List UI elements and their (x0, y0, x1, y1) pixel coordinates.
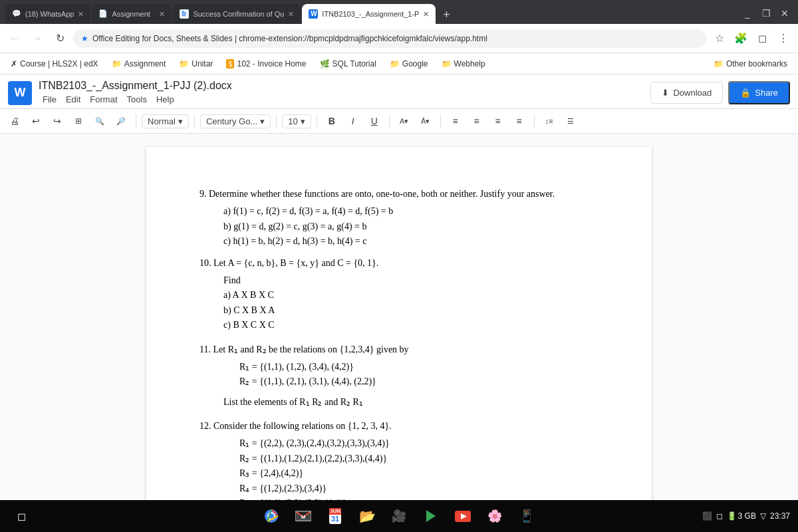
align-justify-button[interactable]: ≡ (510, 112, 529, 130)
size-selector[interactable]: 10 ▾ (282, 114, 311, 128)
svg-marker-6 (426, 510, 436, 522)
tray-display[interactable]: ◻ (716, 511, 723, 521)
tab-success[interactable]: b Success Confirmation of Qu ✕ (173, 4, 301, 24)
align-left-button[interactable]: ≡ (446, 112, 465, 130)
share-button[interactable]: 🔒 Share (728, 81, 790, 104)
tab-assignment-close[interactable]: ✕ (159, 10, 165, 19)
q10c: c) B X C X C (223, 318, 598, 332)
tab-whatsapp[interactable]: 💬 (18) WhatsApp ✕ (5, 4, 90, 24)
q12-relations: R₁ = {(2,2), (2,3),(2,4),(3,2),(3,3),(3,… (200, 436, 598, 500)
bookmark-other[interactable]: 📁 Other bookmarks (708, 57, 793, 70)
font-selector[interactable]: Century Go... ▾ (200, 114, 271, 128)
network-icon[interactable]: ▽ (760, 511, 766, 521)
taskbar-gmail[interactable]: M (290, 503, 317, 529)
style-selector[interactable]: Normal ▾ (142, 114, 189, 128)
q11-r2: R₂ = {(1,1), (2,1), (3,1), (4,4), (2,2)} (239, 374, 598, 389)
tab-assignment[interactable]: 📄 Assignment ✕ (92, 4, 172, 24)
redo-button[interactable]: ↪ (48, 112, 66, 130)
taskbar-phone[interactable]: 📱 (513, 503, 540, 529)
url-bar[interactable]: ★ Office Editing for Docs, Sheets & Slid… (73, 29, 706, 48)
doc-area[interactable]: 9. Determine whether these functions are… (0, 134, 798, 500)
bookmark-course[interactable]: ✗ Course | HLS2X | edX (5, 57, 104, 70)
taskbar: ◻ M JUN 31 (0, 500, 798, 532)
bookmark-invoice-label: 102 - Invoice Home (237, 59, 306, 68)
bookmark-unitar[interactable]: 📁 Unitar (174, 57, 218, 70)
menu-format[interactable]: Format (86, 93, 121, 106)
size-dropdown-icon: ▾ (301, 116, 305, 126)
extensions-icon[interactable]: 🧩 (732, 29, 750, 48)
tab-assignment-title: Assignment (112, 10, 155, 18)
line-spacing-button[interactable]: ↕≡ (540, 112, 559, 130)
bookmark-sql[interactable]: 🌿 SQL Tutorial (315, 57, 382, 70)
taskbar-files[interactable]: 📂 (354, 503, 380, 529)
new-tab-button[interactable]: + (437, 5, 456, 24)
zoom-button[interactable]: 🔍 (90, 112, 109, 130)
toolbar-divider-7 (534, 114, 535, 128)
toolbar-divider-2 (194, 114, 195, 128)
list-style-button[interactable]: ☰ (561, 112, 580, 130)
q12-r3: R₃ = {2,4),(4,2)} (239, 466, 598, 481)
print-button[interactable]: 🖨 (5, 112, 24, 130)
profile-icon[interactable]: ◻ (753, 29, 771, 48)
style-dropdown-icon: ▾ (178, 116, 183, 126)
zoom-out-button[interactable]: 🔎 (112, 112, 130, 130)
bookmark-webhelp[interactable]: 📁 Webhelp (436, 57, 491, 70)
docs-menu: File Edit Format Tools Help (39, 93, 650, 106)
tab-docs[interactable]: W ITNB2103_-_Assignment_1-P ✕ (302, 4, 436, 24)
maximize-button[interactable]: ❐ (758, 5, 774, 21)
menu-file[interactable]: File (39, 93, 61, 106)
menu-help[interactable]: Help (152, 93, 178, 106)
bookmark-course-label: Course | HLS2X | edX (20, 59, 98, 68)
align-center-button[interactable]: ≡ (467, 112, 486, 130)
bookmark-icon[interactable]: ☆ (710, 29, 729, 48)
taskbar-meet[interactable]: 🎥 (386, 503, 412, 529)
app-content: W ITNB2103_-_Assignment_1-PJJ (2).docx F… (0, 74, 798, 500)
share-lock-icon: 🔒 (740, 88, 751, 98)
menu-tools[interactable]: Tools (123, 93, 151, 106)
tray-screen[interactable]: ⬛ (702, 511, 712, 521)
taskbar-youtube[interactable] (450, 503, 476, 529)
align-right-button[interactable]: ≡ (489, 112, 507, 130)
tab-success-close[interactable]: ✕ (288, 10, 294, 19)
back-button[interactable]: ← (5, 29, 24, 48)
bookmark-google[interactable]: 📁 Google (384, 57, 434, 70)
url-text: Office Editing for Docs, Sheets & Slides… (92, 34, 698, 43)
menu-icon[interactable]: ⋮ (774, 29, 793, 48)
italic-button[interactable]: I (344, 112, 362, 130)
sql-bookmark-icon: 🌿 (320, 59, 330, 68)
tab-whatsapp-close[interactable]: ✕ (78, 10, 84, 19)
tab-docs-close[interactable]: ✕ (423, 10, 429, 19)
bold-button[interactable]: B (323, 112, 341, 130)
bookmark-invoice[interactable]: $ 102 - Invoice Home (221, 57, 311, 70)
reload-button[interactable]: ↻ (51, 29, 69, 48)
minimize-button[interactable]: _ (739, 5, 755, 21)
font-color-button[interactable]: A▾ (395, 112, 414, 130)
q10-find: Find (223, 273, 598, 288)
success-favicon: b (180, 9, 189, 19)
taskbar-screen-icon[interactable]: ◻ (8, 503, 35, 529)
taskbar-photos[interactable]: 🌸 (481, 503, 508, 529)
q10-intro: 10. Let A = {c, n, b}, B = {x, y} and C … (200, 256, 598, 271)
menu-edit[interactable]: Edit (62, 93, 84, 106)
toolbar-divider-6 (440, 114, 441, 128)
q11-relations: R₁ = {(1,1), (1,2), (3,4), (4,2)} R₂ = {… (200, 360, 598, 390)
tab-success-title: Success Confirmation of Qu (193, 10, 284, 18)
download-button[interactable]: ⬇ Download (650, 82, 723, 104)
highlight-button[interactable]: Ā▾ (416, 112, 435, 130)
whatsapp-favicon: 💬 (12, 9, 21, 19)
undo-button[interactable]: ↩ (27, 112, 45, 130)
q9-intro: 9. Determine whether these functions are… (200, 187, 598, 201)
close-window-button[interactable]: ✕ (777, 5, 793, 21)
q11-list: List the elements of R₁ R₂ and R₂ R₁ (200, 395, 598, 410)
paint-format-button[interactable]: ⊞ (69, 112, 88, 130)
q12-r2: R₂ = {(1,1),(1,2),(2,1),(2,2),(3,3),(4,4… (239, 452, 598, 466)
underline-button[interactable]: U (365, 112, 384, 130)
bookmark-assignment[interactable]: 📁 Assignment (106, 57, 172, 70)
taskbar-play[interactable] (418, 503, 444, 529)
taskbar-calendar[interactable]: JUN 31 (322, 503, 348, 529)
taskbar-chrome[interactable] (258, 503, 285, 529)
forward-button[interactable]: → (28, 29, 47, 48)
tab-docs-title: ITNB2103_-_Assignment_1-P (322, 10, 419, 18)
tab-whatsapp-title: (18) WhatsApp (25, 10, 74, 18)
docs-filename: ITNB2103_-_Assignment_1-PJJ (2).docx (39, 80, 650, 92)
